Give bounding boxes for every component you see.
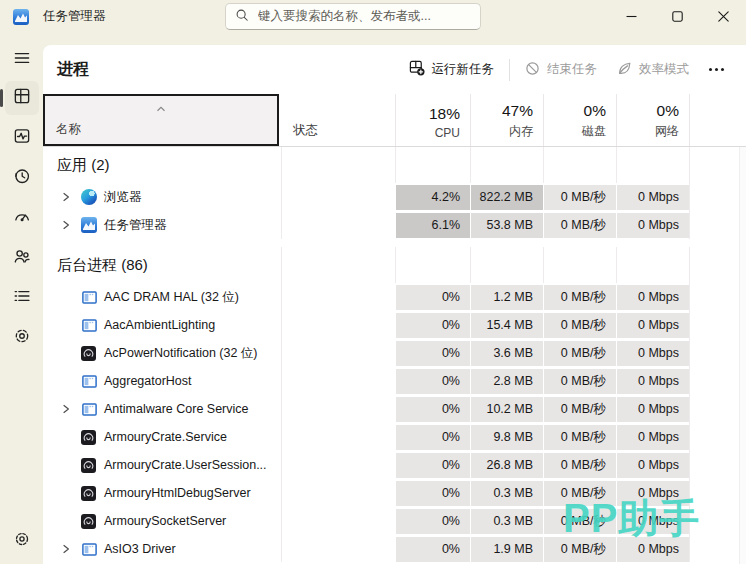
minimize-button[interactable] — [608, 0, 654, 33]
memory-cell: 15.4 MB — [470, 311, 543, 339]
expand-chevron-icon[interactable] — [61, 192, 81, 202]
cpu-cell: 0% — [395, 423, 470, 451]
column-header-memory[interactable]: 47% 内存 — [470, 94, 543, 146]
expand-chevron-icon[interactable] — [61, 404, 81, 414]
menu-icon[interactable] — [5, 41, 39, 75]
process-name-cell: ArmourySocketServer — [43, 507, 281, 535]
memory-cell: 26.8 MB — [470, 451, 543, 479]
sidebar-item-services[interactable] — [5, 321, 39, 355]
network-cell: 0 Mbps — [616, 311, 689, 339]
window-controls — [608, 0, 746, 33]
sidebar-item-users[interactable] — [5, 241, 39, 275]
column-header-status[interactable]: 状态 — [281, 94, 395, 146]
efficiency-mode-button[interactable]: 效率模式 — [607, 55, 699, 85]
vertical-scrollbar[interactable] — [739, 147, 746, 564]
sort-ascending-icon — [155, 99, 167, 117]
process-row[interactable]: 浏览器4.2%822.2 MB0 MB/秒0 Mbps — [43, 183, 746, 211]
name-column-label: 名称 — [56, 121, 81, 138]
memory-column-label: 内存 — [509, 123, 533, 140]
armoury-app-icon — [81, 346, 96, 361]
search-input[interactable]: 键入要搜索的名称、发布者或... — [225, 3, 481, 30]
status-cell — [281, 507, 395, 535]
memory-cell: 0.3 MB — [470, 479, 543, 507]
window-app-icon — [81, 317, 97, 333]
maximize-button[interactable] — [654, 0, 700, 33]
status-cell — [281, 479, 395, 507]
network-cell: 0 Mbps — [616, 183, 689, 211]
process-row[interactable]: AggregatorHost0%2.8 MB0 MB/秒0 Mbps — [43, 367, 746, 395]
memory-cell: 9.8 MB — [470, 423, 543, 451]
process-name-cell: ArmouryHtmlDebugServer — [43, 479, 281, 507]
expand-chevron-icon[interactable] — [61, 220, 81, 230]
memory-cell: 1.9 MB — [470, 535, 543, 562]
end-task-button[interactable]: 结束任务 — [515, 55, 607, 85]
edge-browser-icon — [81, 189, 97, 205]
disk-cell: 0 MB/秒 — [543, 395, 616, 423]
process-row[interactable]: ArmouryCrate.Service0%9.8 MB0 MB/秒0 Mbps — [43, 423, 746, 451]
process-row[interactable]: AcPowerNotification (32 位)0%3.6 MB0 MB/秒… — [43, 339, 746, 367]
memory-cell: 1.2 MB — [470, 283, 543, 311]
network-column-label: 网络 — [655, 123, 679, 140]
disk-cell: 0 MB/秒 — [543, 339, 616, 367]
sidebar-item-app-history[interactable] — [5, 161, 39, 195]
header-tail — [689, 94, 746, 146]
sidebar-item-startup-apps[interactable] — [5, 201, 39, 235]
more-options-icon[interactable] — [699, 62, 734, 77]
window-app-icon — [81, 541, 97, 557]
name-header-focus-box[interactable]: 名称 — [43, 94, 279, 146]
memory-cell: 10.2 MB — [470, 395, 543, 423]
users-icon — [13, 247, 31, 269]
column-header-disk[interactable]: 0% 磁盘 — [543, 94, 616, 146]
process-row[interactable]: Antimalware Core Service0%10.2 MB0 MB/秒0… — [43, 395, 746, 423]
process-name-cell: 浏览器 — [43, 183, 281, 211]
run-new-task-label: 运行新任务 — [432, 61, 495, 78]
main-content: 进程 运行新任务 结束任务 — [43, 45, 746, 564]
cpu-cell: 4.2% — [395, 183, 470, 211]
process-group-header[interactable]: 后台进程 (86) — [43, 247, 746, 283]
process-group-header[interactable]: 应用 (2) — [43, 147, 746, 183]
process-name: ArmouryHtmlDebugServer — [104, 486, 251, 500]
status-cell — [281, 311, 395, 339]
cpu-cell: 0% — [395, 311, 470, 339]
run-new-task-button[interactable]: 运行新任务 — [399, 54, 505, 85]
close-button[interactable] — [700, 0, 746, 33]
expand-chevron-icon[interactable] — [61, 544, 81, 554]
column-header-name[interactable]: 名称 — [43, 94, 281, 146]
memory-cell: 0.3 MB — [470, 507, 543, 535]
network-cell: 0 Mbps — [616, 451, 689, 479]
disk-cell: 0 MB/秒 — [543, 423, 616, 451]
process-name: AAC DRAM HAL (32 位) — [104, 289, 239, 306]
process-row[interactable]: AacAmbientLighting0%15.4 MB0 MB/秒0 Mbps — [43, 311, 746, 339]
startup-apps-icon — [13, 207, 31, 229]
process-name: AcPowerNotification (32 位) — [104, 345, 258, 362]
process-row[interactable]: AAC DRAM HAL (32 位)0%1.2 MB0 MB/秒0 Mbps — [43, 283, 746, 311]
process-name-cell: AggregatorHost — [43, 367, 281, 395]
settings-icon[interactable] — [5, 522, 39, 556]
process-name-cell: 任务管理器 — [43, 211, 281, 239]
process-name: Antimalware Core Service — [104, 402, 249, 416]
process-name: AacAmbientLighting — [104, 318, 215, 332]
disk-cell: 0 MB/秒 — [543, 283, 616, 311]
process-row[interactable]: ArmouryCrate.UserSession...0%26.8 MB0 MB… — [43, 451, 746, 479]
status-cell — [281, 183, 395, 211]
app-history-icon — [13, 167, 31, 189]
task-manager-window: 任务管理器 键入要搜索的名称、发布者或... — [0, 0, 746, 564]
process-row[interactable]: 任务管理器6.1%53.8 MB0 MB/秒0 Mbps — [43, 211, 746, 239]
sidebar-item-details[interactable] — [5, 281, 39, 315]
process-name-cell: ArmouryCrate.UserSession... — [43, 451, 281, 479]
cpu-column-label: CPU — [435, 126, 460, 140]
process-name: 任务管理器 — [104, 217, 167, 234]
process-name-cell: Antimalware Core Service — [43, 395, 281, 423]
process-name-cell: ArmouryCrate.Service — [43, 423, 281, 451]
sidebar-item-performance[interactable] — [5, 121, 39, 155]
column-header-cpu[interactable]: 18% CPU — [395, 94, 470, 146]
sidebar-item-processes[interactable] — [5, 81, 39, 115]
column-header-network[interactable]: 0% 网络 — [616, 94, 689, 146]
status-cell — [281, 395, 395, 423]
status-cell — [281, 367, 395, 395]
process-name: ArmouryCrate.UserSession... — [104, 458, 267, 472]
toolbar-separator — [509, 59, 510, 81]
disk-total-value: 0% — [584, 102, 606, 120]
group-label: 应用 (2) — [57, 156, 110, 175]
armoury-app-icon — [81, 430, 96, 445]
